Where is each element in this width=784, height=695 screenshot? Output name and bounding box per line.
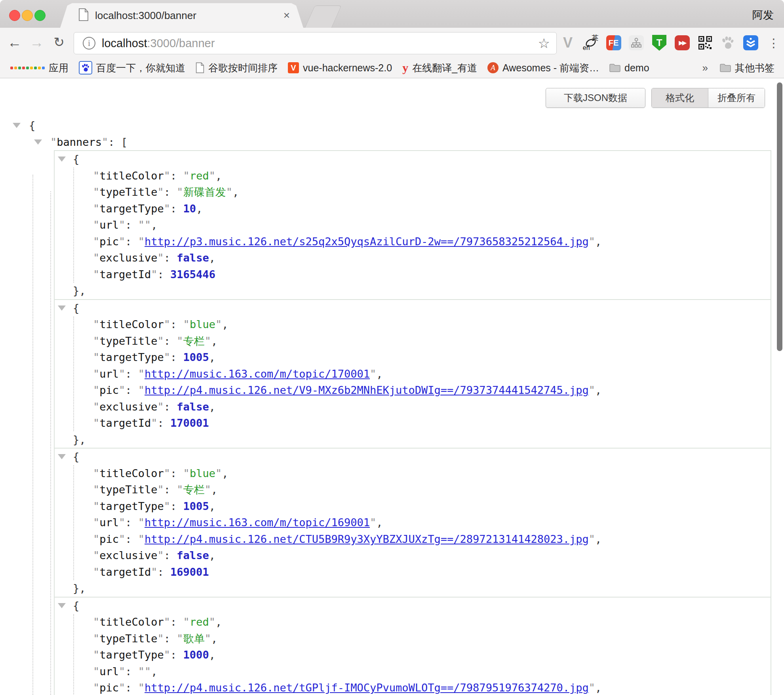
browser-profile-name[interactable]: 阿发 [752, 8, 774, 22]
json-string-value: 专栏 [183, 483, 205, 496]
collapse-triangle-icon[interactable] [58, 157, 66, 162]
json-url-link[interactable]: http://music.163.com/m/topic/170001 [145, 368, 370, 380]
qrcode-extension-icon[interactable] [697, 35, 713, 51]
json-number-value: 1005 [183, 351, 209, 363]
bookmarks-overflow-chevron[interactable]: » [702, 62, 708, 74]
close-window-button[interactable] [9, 10, 20, 21]
json-viewer: { "banners": [ { "titleColor": "red","ty… [0, 78, 776, 695]
json-field-url: "url": "", [55, 217, 771, 233]
folder-icon [720, 63, 731, 72]
apps-grid-icon [10, 67, 45, 69]
back-button[interactable]: ← [5, 32, 25, 52]
collapse-triangle-icon[interactable] [58, 454, 66, 459]
json-number-value: 1000 [183, 649, 209, 661]
banner-object-box: { "titleColor": "blue","typeTitle": "专栏"… [54, 299, 771, 449]
page-info-icon[interactable]: i [83, 37, 95, 50]
tree-guide-line [32, 175, 33, 695]
banner-array-boxes: { "titleColor": "red","typeTitle": "新碟首发… [54, 150, 771, 695]
json-url-link[interactable]: http://music.163.com/m/topic/169001 [145, 516, 370, 529]
awesomes-a-icon: A [487, 62, 499, 73]
json-field-targetType: "targetType": 10, [55, 200, 771, 217]
collapse-triangle-icon[interactable] [13, 123, 21, 128]
object-properties: "titleColor": "red","typeTitle": "新碟首发",… [55, 168, 771, 283]
url-host: localhost [102, 37, 147, 50]
json-key: pic [99, 384, 119, 396]
maximize-window-button[interactable] [34, 10, 46, 21]
json-field-titleColor: "titleColor": "red", [55, 168, 771, 184]
json-field-typeTitle: "typeTitle": "专栏", [55, 333, 771, 349]
json-field-targetType: "targetType": 1000, [55, 647, 771, 663]
json-field-targetId: "targetId": 170001 [55, 415, 771, 432]
object-open-row: { [55, 151, 771, 168]
sitemap-extension-icon[interactable] [629, 35, 644, 50]
json-field-exclusive: "exclusive": false, [55, 399, 771, 415]
json-url-link[interactable]: http://p4.music.126.net/CTU5B9R9y3XyYBZX… [145, 533, 589, 545]
video-speed-extension-icon[interactable]: ▶▶ [675, 35, 690, 50]
youdao-y-icon: y [402, 61, 408, 74]
baidu-paw-extension-icon[interactable] [720, 35, 736, 51]
json-key: pic [99, 235, 119, 248]
url-text[interactable]: localhost:3000/banner [102, 37, 538, 50]
baidu-paw-icon [79, 61, 92, 74]
address-bar[interactable]: i localhost:3000/banner ☆ [74, 32, 557, 54]
json-key: pic [99, 682, 119, 694]
object-close-row: }, [55, 580, 771, 597]
browser-window: localhost:3000/banner × 阿发 ← → ↻ i local… [0, 0, 784, 695]
banner-object-box: { "titleColor": "red","typeTitle": "歌单",… [54, 597, 771, 695]
json-key: titleColor [99, 170, 164, 182]
json-field-exclusive: "exclusive": false, [55, 250, 771, 266]
json-string-value: 歌单 [183, 632, 205, 645]
banner-object-box: { "titleColor": "red","typeTitle": "新碟首发… [54, 150, 771, 300]
bookmark-folder-demo[interactable]: demo [609, 62, 649, 74]
bookmark-baidu[interactable]: 百度一下，你就知道 [79, 61, 185, 74]
json-url-link[interactable]: http://p4.music.126.net/tGPljf-IMOCyPvum… [145, 682, 589, 694]
object-open-row: { [55, 449, 771, 465]
json-key: titleColor [99, 318, 164, 330]
json-field-typeTitle: "typeTitle": "歌单", [55, 630, 771, 647]
collapse-triangle-icon[interactable] [58, 305, 66, 311]
object-close-row: }, [55, 432, 771, 448]
json-key: exclusive [99, 401, 157, 413]
bookmarks-bar: 应用 百度一下，你就知道 谷歌按时间排序 V vue-hackernews-2.… [0, 58, 784, 78]
other-bookmarks-folder[interactable]: 其他书签 [720, 61, 774, 74]
object-properties: "titleColor": "blue","typeTitle": "专栏","… [55, 465, 771, 580]
json-string-value: 新碟首发 [183, 186, 226, 198]
collapse-triangle-icon[interactable] [34, 139, 42, 145]
object-close-row: }, [55, 283, 771, 299]
collapse-triangle-icon[interactable] [58, 603, 66, 608]
fehelper-extension-icon[interactable]: FE [606, 35, 621, 50]
bookmark-apps[interactable]: 应用 [10, 61, 69, 74]
minimize-window-button[interactable] [22, 10, 33, 21]
browser-menu-icon[interactable]: ⋮ [766, 35, 782, 51]
bookmark-star-icon[interactable]: ☆ [538, 35, 550, 51]
vue-devtools-icon[interactable]: V [560, 35, 576, 51]
object-properties: "titleColor": "blue","typeTitle": "专栏","… [55, 316, 771, 432]
json-field-pic: "pic": "http://p4.music.126.net/V9-MXz6b… [55, 382, 771, 399]
json-url-link[interactable]: http://p4.music.126.net/V9-MXz6b2MNhEKju… [145, 384, 589, 396]
json-key: targetId [99, 566, 151, 578]
page-icon [196, 62, 204, 73]
bookmark-label: 谷歌按时间排序 [208, 61, 278, 74]
json-field-typeTitle: "typeTitle": "专栏", [55, 481, 771, 498]
translate-extension-icon[interactable]: 英 en [583, 35, 599, 51]
scrollbar-thumb[interactable] [777, 82, 782, 351]
json-string-value: blue [190, 467, 215, 479]
bookmark-google-sort[interactable]: 谷歌按时间排序 [196, 61, 278, 74]
bookmark-youdao[interactable]: y 在线翻译_有道 [402, 61, 477, 74]
download-helper-extension-icon[interactable] [743, 35, 758, 50]
json-key: url [99, 665, 119, 678]
json-key: pic [99, 533, 119, 545]
browser-tab[interactable]: localhost:3000/banner × [60, 3, 303, 28]
json-banners-row: "banners": [ [0, 134, 776, 151]
json-url-link[interactable]: http://p3.music.126.net/s25q2x5QyqsAzilC… [145, 235, 589, 248]
json-string-value: red [190, 170, 209, 182]
json-key: targetId [99, 268, 151, 281]
bookmark-awesomes[interactable]: A Awesomes - 前端资… [487, 61, 599, 74]
bookmark-vue-hackernews[interactable]: V vue-hackernews-2.0 [288, 62, 392, 74]
tampermonkey-shield-icon[interactable]: T [652, 35, 666, 51]
object-properties: "titleColor": "red","typeTitle": "歌单","t… [55, 614, 771, 695]
reload-button[interactable]: ↻ [49, 32, 69, 52]
new-tab-button[interactable] [304, 6, 341, 28]
tab-close-icon[interactable]: × [284, 10, 290, 21]
json-string-value: blue [190, 318, 215, 330]
